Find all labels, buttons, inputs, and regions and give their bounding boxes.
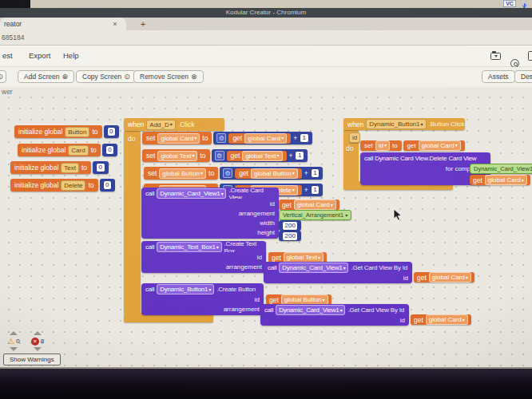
- tab-close-icon[interactable]: ×: [110, 19, 120, 29]
- chevron-down-icon: ▾: [277, 153, 280, 158]
- menu-help[interactable]: Help: [63, 51, 79, 60]
- block-number-height[interactable]: 200: [279, 231, 301, 241]
- get-label: get: [282, 201, 292, 209]
- mutator-gear-icon[interactable]: ⚙: [215, 151, 224, 160]
- designer-button[interactable]: Desig: [514, 70, 532, 83]
- variable-dropdown[interactable]: global Card▾: [419, 140, 461, 151]
- variable-name-field[interactable]: Delete: [61, 180, 85, 191]
- variable-dropdown[interactable]: global Card▾: [157, 133, 200, 144]
- partial-screen-button[interactable]: ⊙: [0, 70, 6, 83]
- partial-toolbar-icon[interactable]: [528, 51, 532, 61]
- component-dropdown[interactable]: Dynamic_Card_View1▾: [157, 188, 226, 199]
- when-label: when: [128, 120, 144, 128]
- tab-strip: reator × +: [0, 18, 532, 30]
- block-when-add-click[interactable]: when Add_D▾ .Click: [124, 118, 224, 131]
- viewer-label: wer: [2, 88, 13, 96]
- copy-screen-button[interactable]: Copy Screen ⊙: [76, 70, 137, 83]
- to-label: to: [200, 152, 205, 160]
- block-call-create-text-box[interactable]: call Dynamic_Text_Box1▾ .Create Text Box…: [141, 241, 266, 273]
- number-field[interactable]: 1: [311, 185, 320, 195]
- block-init-global-button[interactable]: initialize global Button to 0: [14, 125, 119, 138]
- chevron-down-icon: ▾: [455, 143, 458, 148]
- menu-export[interactable]: Export: [29, 51, 50, 60]
- variable-name-field[interactable]: Card: [68, 145, 88, 156]
- block-get-global-card[interactable]: get global Card▾: [414, 272, 474, 282]
- variable-name-field[interactable]: Text: [61, 163, 79, 173]
- mutator-gear-icon[interactable]: ⚙: [223, 168, 232, 178]
- assets-button[interactable]: Assets: [482, 70, 515, 83]
- number-field[interactable]: 1: [300, 133, 308, 143]
- number-field[interactable]: 1: [295, 151, 304, 160]
- number-field[interactable]: 0: [107, 127, 116, 136]
- variable-dropdown[interactable]: global Card▾: [244, 133, 287, 144]
- block-set-global-button[interactable]: set global Button▾ to ⚙ get global Butto…: [144, 167, 323, 180]
- browser-tab[interactable]: reator ×: [0, 18, 126, 30]
- block-init-global-card[interactable]: initialize global Card to 0: [18, 144, 117, 156]
- block-call-create-button[interactable]: call Dynamic_Button1▾ .Create Button id …: [141, 283, 264, 315]
- block-math-add[interactable]: ⚙ get global Card▾ + 1: [213, 132, 312, 144]
- number-field[interactable]: 0: [105, 145, 114, 155]
- block-component-dynamic-card-view[interactable]: Dynamic_Card_View1: [470, 164, 532, 174]
- variable-dropdown[interactable]: global Card▾: [429, 272, 471, 282]
- call-label: call: [145, 286, 154, 293]
- event-param-chip[interactable]: id: [349, 132, 360, 143]
- block-get-global-card[interactable]: get global Card▾: [411, 314, 471, 325]
- url-bar[interactable]: 685184: [0, 30, 532, 45]
- block-math-add[interactable]: ⚙ get global Button▾ + 1: [220, 167, 323, 180]
- block-init-global-text[interactable]: initialize global Text to 0: [10, 161, 109, 174]
- block-get-variable[interactable]: get global Text▾: [227, 151, 287, 161]
- block-get-global-card[interactable]: get global Card▾: [470, 175, 530, 185]
- component-dropdown[interactable]: Dynamic_Card_View1▾: [279, 263, 348, 273]
- error-down-icon[interactable]: [34, 347, 42, 351]
- get-label: get: [231, 152, 240, 160]
- block-component-vertical-arrangement[interactable]: Vertical_Arrangement1▾: [279, 210, 351, 220]
- new-tab-button[interactable]: +: [137, 18, 149, 30]
- component-dropdown[interactable]: Dynamic_Text_Box1▾: [157, 242, 221, 252]
- variable-dropdown[interactable]: global Button▾: [159, 168, 206, 179]
- event-component-dropdown[interactable]: Add_D▾: [146, 120, 175, 130]
- variable-dropdown[interactable]: id▾: [375, 140, 390, 151]
- block-when-button-click[interactable]: when Dynamic_Button1▾ .Button Click: [343, 118, 465, 130]
- variable-dropdown[interactable]: global Card▾: [485, 175, 527, 185]
- event-component-dropdown[interactable]: Dynamic_Button1▾: [366, 119, 426, 129]
- block-get-global-card[interactable]: get global Card▾: [279, 200, 339, 210]
- add-screen-button[interactable]: Add Screen ⊕: [18, 70, 74, 83]
- variable-dropdown[interactable]: global Text▾: [242, 151, 282, 161]
- block-math-add[interactable]: ⚙ get global Text▾ + 1: [212, 149, 308, 162]
- warning-down-icon[interactable]: [10, 347, 18, 351]
- number-field[interactable]: 0: [96, 163, 105, 172]
- block-init-global-delete[interactable]: initialize global Delete to 0: [10, 179, 115, 192]
- variable-dropdown[interactable]: global Text▾: [157, 151, 197, 161]
- number-field[interactable]: 0: [103, 180, 112, 190]
- number-field[interactable]: 1: [311, 168, 320, 178]
- remove-screen-button[interactable]: Remove Screen ⊗: [133, 70, 204, 83]
- component-dropdown[interactable]: Dynamic_Card_View1▾: [276, 305, 345, 315]
- variable-name-field[interactable]: Button: [65, 127, 89, 137]
- param-width: width: [260, 219, 275, 227]
- show-warnings-button[interactable]: Show Warnings: [3, 354, 61, 365]
- variable-dropdown[interactable]: global Button▾: [251, 168, 298, 179]
- keyboard-layout-indicator[interactable]: VC: [503, 0, 516, 7]
- blocks-canvas[interactable]: wer initialize global Button to 0 initia…: [0, 87, 532, 369]
- event-block-spine[interactable]: [124, 131, 141, 313]
- menu-test[interactable]: est: [2, 51, 13, 60]
- plus-operator: +: [293, 134, 297, 142]
- warning-up-icon[interactable]: [10, 331, 18, 335]
- call-label: call: [264, 306, 273, 314]
- variable-dropdown[interactable]: global Card▾: [426, 314, 468, 325]
- block-get-variable[interactable]: get global Card▾: [403, 140, 465, 151]
- block-set-id[interactable]: set id▾ to get global Card▾: [360, 140, 465, 151]
- variable-dropdown[interactable]: global Card▾: [294, 200, 336, 210]
- export-project-icon[interactable]: [490, 53, 501, 60]
- block-call-create-card-view[interactable]: call Dynamic_Card_View1▾ .Create Card Vi…: [141, 188, 279, 239]
- block-set-global-text[interactable]: set global Text▾ to ⚙ get global Text▾ +…: [142, 149, 308, 162]
- block-call-get-card-view-by-id[interactable]: call Dynamic_Card_View1▾ .Get Card View …: [260, 304, 409, 326]
- block-get-variable[interactable]: get global Button▾: [235, 168, 302, 179]
- error-up-icon[interactable]: [34, 331, 42, 335]
- block-call-get-card-view-by-id[interactable]: call Dynamic_Card_View1▾ .Get Card View …: [264, 262, 412, 283]
- block-number-width[interactable]: 200: [279, 220, 301, 231]
- mutator-gear-icon[interactable]: ⚙: [216, 133, 226, 143]
- component-dropdown[interactable]: Dynamic_Button1▾: [157, 284, 214, 294]
- block-set-global-card[interactable]: set global Card▾ to ⚙ get global Card▾ +…: [142, 132, 312, 144]
- block-get-variable[interactable]: get global Card▾: [228, 133, 291, 144]
